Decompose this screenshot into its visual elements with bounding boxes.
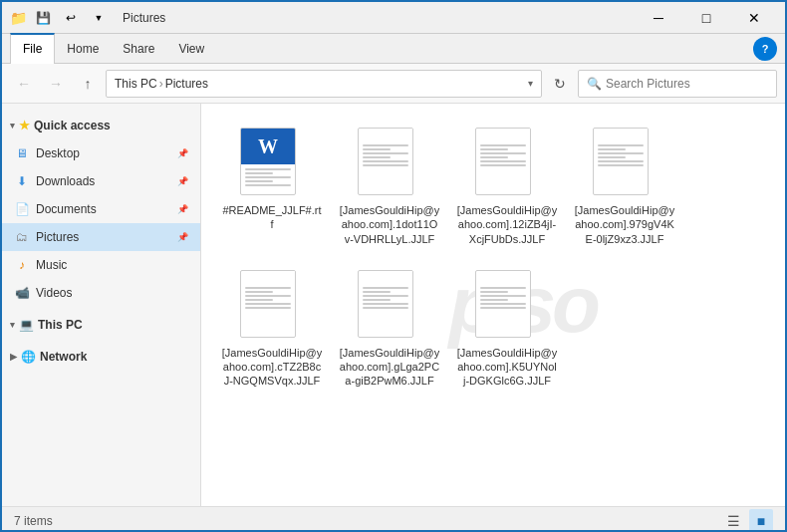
sidebar-item-music[interactable]: ♪ Music <box>2 251 200 279</box>
word-badge: W <box>241 129 295 164</box>
file-line <box>363 303 408 305</box>
documents-pin-icon: 📌 <box>177 204 188 214</box>
forward-button[interactable]: → <box>42 70 70 98</box>
file-line <box>598 156 626 158</box>
tile-view-button[interactable]: ■ <box>749 509 773 533</box>
ribbon-right: ? <box>753 37 777 61</box>
qat-save-btn[interactable]: 💾 <box>31 6 55 30</box>
network-label: Network <box>40 350 87 364</box>
file-item[interactable]: [JamesGouldiHip@yahoo.com].K5UYNolj-DGKG… <box>452 262 562 397</box>
view-controls: ☰ ■ <box>721 509 773 533</box>
file-area: piso W #README_JJLF <box>201 104 785 506</box>
list-view-button[interactable]: ☰ <box>721 509 745 533</box>
music-icon: ♪ <box>14 257 30 273</box>
file-line <box>245 180 273 182</box>
file-line <box>245 168 291 170</box>
generic-file-icon <box>593 128 656 199</box>
file-line <box>363 299 391 301</box>
file-line <box>598 148 626 150</box>
up-button[interactable]: ↑ <box>74 70 102 98</box>
file-line <box>480 291 508 293</box>
sidebar-label-videos: Videos <box>36 286 72 300</box>
file-line <box>480 164 526 166</box>
network-header[interactable]: ▶ 🌐 Network <box>2 343 200 371</box>
file-line <box>480 303 526 305</box>
ribbon-tabs: File Home Share View ? <box>2 34 785 64</box>
file-line <box>480 160 526 162</box>
address-path[interactable]: This PC › Pictures ▾ <box>106 70 542 98</box>
file-item[interactable]: [JamesGouldiHip@yahoo.com].979gV4KE-0ljZ… <box>570 120 679 254</box>
tab-share[interactable]: Share <box>111 34 166 64</box>
file-line <box>598 164 644 166</box>
file-item[interactable]: W #README_JJLF#.rtf <box>217 120 327 254</box>
generic-file-lines <box>594 129 648 194</box>
generic-file-icon <box>475 270 539 342</box>
close-button[interactable]: ✕ <box>731 2 777 34</box>
downloads-icon: ⬇ <box>14 173 30 189</box>
search-input[interactable] <box>606 77 768 91</box>
title-bar: 📁 💾 ↩ ▼ Pictures ─ □ ✕ <box>2 2 785 34</box>
status-bar: 7 items ☰ ■ <box>2 506 785 532</box>
generic-file-lines <box>476 129 530 194</box>
file-line <box>363 164 408 166</box>
qat-dropdown-btn[interactable]: ▼ <box>87 6 111 30</box>
address-dropdown-icon[interactable]: ▾ <box>528 78 533 89</box>
file-line <box>363 148 391 150</box>
files-grid: W #README_JJLF#.rtf <box>217 120 769 397</box>
back-button[interactable]: ← <box>10 70 38 98</box>
quick-access-star-icon: ★ <box>19 119 30 133</box>
file-line <box>245 303 291 305</box>
file-item[interactable]: [JamesGouldiHip@yahoo.com].12iZB4jI-XcjF… <box>452 120 562 254</box>
quick-access-label: Quick access <box>34 119 111 133</box>
file-name: [JamesGouldiHip@yahoo.com].gLga2PCa-giB2… <box>339 346 440 389</box>
file-name: [JamesGouldiHip@yahoo.com].12iZB4jI-XcjF… <box>456 203 558 246</box>
downloads-pin-icon: 📌 <box>177 176 188 186</box>
breadcrumb-thispc: This PC <box>115 77 157 91</box>
generic-file-lines <box>476 271 530 337</box>
file-line <box>363 160 408 162</box>
quick-access-header[interactable]: ▾ ★ Quick access <box>2 112 200 139</box>
sidebar-item-desktop[interactable]: 🖥 Desktop 📌 <box>2 139 200 167</box>
titlebar-folder-icon: 📁 <box>10 10 27 26</box>
generic-file-lines <box>359 271 412 337</box>
generic-file-icon <box>475 128 539 199</box>
quick-access-toolbar: 📁 💾 ↩ ▼ <box>10 6 111 30</box>
file-line <box>245 299 273 301</box>
tab-file[interactable]: File <box>10 33 55 64</box>
file-item[interactable]: [JamesGouldiHip@yahoo.com].gLga2PCa-giB2… <box>335 262 444 397</box>
generic-file-lines <box>241 271 295 337</box>
sidebar-item-pictures[interactable]: 🗂 Pictures 📌 <box>2 223 200 251</box>
pictures-pin-icon: 📌 <box>177 232 188 242</box>
maximize-button[interactable]: □ <box>683 2 729 34</box>
refresh-button[interactable]: ↻ <box>546 70 574 98</box>
sidebar-label-music: Music <box>36 258 67 272</box>
thispc-header[interactable]: ▾ 💻 This PC <box>2 311 200 339</box>
sidebar-item-videos[interactable]: 📹 Videos <box>2 279 200 307</box>
sidebar-item-downloads[interactable]: ⬇ Downloads 📌 <box>2 167 200 195</box>
file-line <box>480 148 508 150</box>
window-title: Pictures <box>123 11 636 25</box>
file-line <box>480 295 526 297</box>
sidebar: ▾ ★ Quick access 🖥 Desktop 📌 ⬇ Downloads… <box>2 104 201 506</box>
search-icon: 🔍 <box>587 77 602 91</box>
sidebar-label-documents: Documents <box>36 202 97 216</box>
help-button[interactable]: ? <box>753 37 777 61</box>
file-line <box>480 156 508 158</box>
file-line <box>245 184 291 186</box>
search-box[interactable]: 🔍 <box>578 70 777 98</box>
file-line <box>363 291 391 293</box>
file-item[interactable]: [JamesGouldiHip@yahoo.com].cTZ2B8cJ-NGQM… <box>217 262 327 397</box>
sidebar-label-desktop: Desktop <box>36 146 80 160</box>
tab-home[interactable]: Home <box>55 34 111 64</box>
minimize-button[interactable]: ─ <box>636 2 681 34</box>
file-line <box>245 295 291 297</box>
address-bar: ← → ↑ This PC › Pictures ▾ ↻ 🔍 <box>2 64 785 104</box>
file-item[interactable]: [JamesGouldiHip@yahoo.com].1dot11Ov-VDHR… <box>335 120 444 254</box>
file-line <box>245 291 273 293</box>
qat-undo-btn[interactable]: ↩ <box>59 6 83 30</box>
sidebar-item-documents[interactable]: 📄 Documents 📌 <box>2 195 200 223</box>
file-line <box>480 307 526 309</box>
file-line <box>480 299 508 301</box>
tab-view[interactable]: View <box>166 34 216 64</box>
path-separator-1: › <box>159 77 163 91</box>
